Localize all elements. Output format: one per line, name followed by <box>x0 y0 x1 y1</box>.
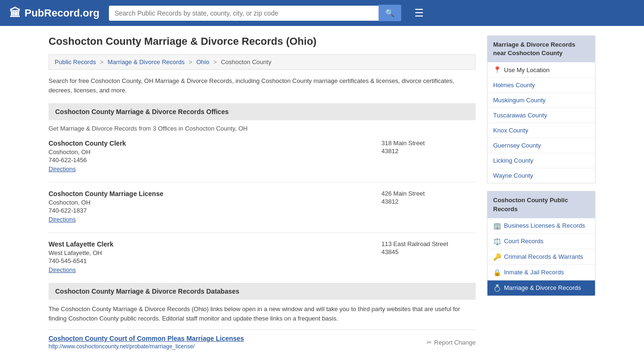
criminal-icon: 🔑 <box>493 253 501 261</box>
main-wrapper: Coshocton County Marriage & Divorce Reco… <box>39 26 605 359</box>
databases-section: Coshocton County Marriage & Divorce Reco… <box>49 283 476 350</box>
office-2-city: Coshocton, OH <box>49 199 372 206</box>
office-3-directions[interactable]: Directions <box>49 266 76 273</box>
court-icon: ⚖️ <box>493 238 501 245</box>
marriage-icon: 💍 <box>493 284 501 292</box>
sidebar-inmate-records[interactable]: 🔒 Inmate & Jail Records <box>487 265 595 280</box>
office-3-city: West Lafayette, OH <box>49 249 372 256</box>
db-link-block: Coshocton County Court of Common Pleas M… <box>49 335 244 350</box>
site-logo[interactable]: 🏛 PubRecord.org <box>9 7 99 20</box>
report-label: Report Change <box>434 339 476 346</box>
report-icon: ✂ <box>427 339 432 346</box>
search-input[interactable] <box>109 6 379 21</box>
office-1-street: 318 Main Street <box>381 140 476 147</box>
sidebar-business-licenses[interactable]: 🏢 Business Licenses & Records <box>487 218 595 234</box>
main-content: Coshocton County Marriage & Divorce Reco… <box>49 35 476 350</box>
site-header: 🏛 PubRecord.org 🔍 ☰ <box>0 0 644 26</box>
public-records-header: Coshocton County Public Records <box>487 191 595 218</box>
sidebar-county-tuscarawas[interactable]: Tuscarawas County <box>487 108 595 123</box>
inmate-icon: 🔒 <box>493 269 501 276</box>
breadcrumb: Public Records > Marriage & Divorce Reco… <box>49 54 476 70</box>
sidebar: Marriage & Divorce Records near Coshocto… <box>487 35 595 350</box>
menu-button[interactable]: ☰ <box>411 5 428 21</box>
breadcrumb-public-records[interactable]: Public Records <box>55 58 96 66</box>
db-link-row: Coshocton County Court of Common Pleas M… <box>49 329 476 350</box>
hamburger-icon: ☰ <box>414 7 424 19</box>
sidebar-county-holmes[interactable]: Holmes County <box>487 78 595 93</box>
breadcrumb-county: Coshocton County <box>221 58 272 66</box>
db-link-url: http://www.coshoctoncounty.net/probate/m… <box>49 343 244 350</box>
sidebar-county-wayne[interactable]: Wayne County <box>487 168 595 183</box>
office-divider-1 <box>49 182 476 182</box>
location-icon: 📍 <box>493 66 501 74</box>
use-location-item[interactable]: 📍 Use My Location <box>487 62 595 78</box>
nearby-counties-box: Marriage & Divorce Records near Coshocto… <box>487 35 595 183</box>
db-link-title[interactable]: Coshocton County Court of Common Pleas M… <box>49 335 244 342</box>
office-2-directions[interactable]: Directions <box>49 216 76 223</box>
office-divider-2 <box>49 232 476 233</box>
office-1-city: Coshocton, OH <box>49 148 372 156</box>
office-3-phone: 740-545-6541 <box>49 257 372 264</box>
office-2-name: Coshocton County Marriage License <box>49 190 372 197</box>
office-1-directions[interactable]: Directions <box>49 165 76 173</box>
sidebar-marriage-records[interactable]: 💍 Marriage & Divorce Records <box>487 280 595 296</box>
office-2-zip: 43812 <box>381 198 476 205</box>
breadcrumb-marriage-divorce[interactable]: Marriage & Divorce Records <box>107 58 184 66</box>
office-3-name: West Lafayette Clerk <box>49 240 372 248</box>
office-entry-2: Coshocton County Marriage License Coshoc… <box>49 190 476 223</box>
office-3-zip: 43845 <box>381 248 476 255</box>
office-1-name: Coshocton County Clerk <box>49 140 372 147</box>
sidebar-county-knox[interactable]: Knox County <box>487 123 595 138</box>
sidebar-county-guernsey[interactable]: Guernsey County <box>487 138 595 153</box>
breadcrumb-ohio[interactable]: Ohio <box>196 58 209 66</box>
report-change-button[interactable]: ✂ Report Change <box>427 339 476 346</box>
business-icon: 🏢 <box>493 222 501 230</box>
page-title: Coshocton County Marriage & Divorce Reco… <box>49 35 476 48</box>
sidebar-court-records[interactable]: ⚖️ Court Records <box>487 234 595 249</box>
office-1-phone: 740-622-1456 <box>49 156 372 164</box>
databases-section-header: Coshocton County Marriage & Divorce Reco… <box>49 283 476 300</box>
logo-icon: 🏛 <box>9 7 21 20</box>
logo-text: PubRecord.org <box>25 7 99 19</box>
office-entry-1: Coshocton County Clerk Coshocton, OH 740… <box>49 140 476 173</box>
offices-section-header: Coshocton County Marriage & Divorce Reco… <box>49 103 476 120</box>
sidebar-county-muskingum[interactable]: Muskingum County <box>487 93 595 108</box>
search-button[interactable]: 🔍 <box>379 5 401 21</box>
office-1-zip: 43812 <box>381 148 476 155</box>
office-3-street: 113 East Railroad Street <box>381 240 476 247</box>
sidebar-criminal-records[interactable]: 🔑 Criminal Records & Warrants <box>487 249 595 265</box>
offices-sub-desc: Get Marriage & Divorce Records from 3 Of… <box>49 125 476 132</box>
search-icon: 🔍 <box>385 9 395 17</box>
office-2-street: 426 Main Street <box>381 190 476 197</box>
sidebar-county-licking[interactable]: Licking County <box>487 153 595 168</box>
use-location-label: Use My Location <box>504 66 550 74</box>
search-bar: 🔍 <box>109 5 401 21</box>
databases-desc: The Coshocton County Marriage & Divorce … <box>49 304 476 323</box>
nearby-header: Marriage & Divorce Records near Coshocto… <box>487 36 595 62</box>
office-2-phone: 740-622-1837 <box>49 207 372 214</box>
office-entry-3: West Lafayette Clerk West Lafayette, OH … <box>49 240 476 273</box>
public-records-box: Coshocton County Public Records 🏢 Busine… <box>487 191 595 296</box>
page-description: Search for free Coshocton County, OH Mar… <box>49 76 476 95</box>
